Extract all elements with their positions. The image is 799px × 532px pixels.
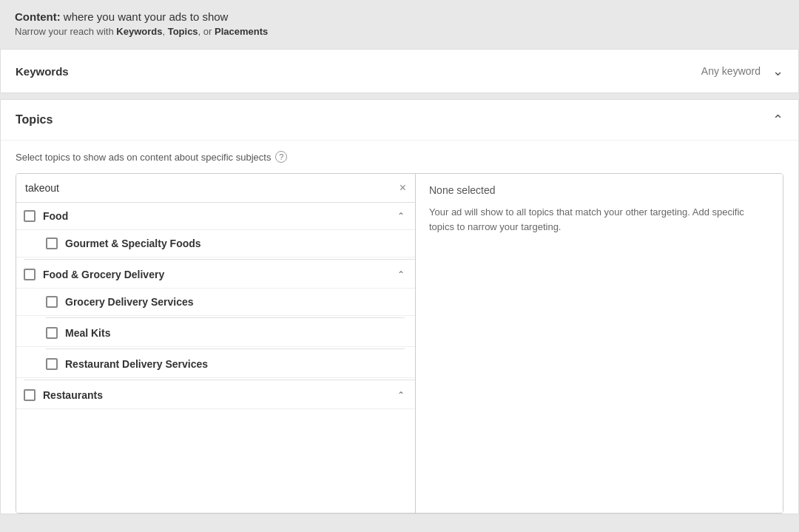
- topic-label-restaurants: Restaurants: [43, 389, 390, 401]
- checkbox-food-grocery[interactable]: [24, 269, 36, 280]
- keywords-link[interactable]: Keywords: [116, 26, 162, 37]
- banner-title: Content: where you want your ads to show: [15, 10, 784, 23]
- banner-title-text: where you want your ads to show: [61, 10, 229, 23]
- picker-left-panel: × Food ⌃ Gourmet & Specia: [16, 174, 416, 513]
- topic-row-grocery-delivery[interactable]: Grocery Delivery Services: [16, 289, 415, 316]
- checkbox-meal-kits[interactable]: [46, 327, 58, 339]
- banner-subtitle: Narrow your reach with Keywords, Topics,…: [15, 26, 784, 37]
- topics-search-input[interactable]: [25, 182, 395, 194]
- none-selected-label: None selected: [429, 184, 769, 196]
- topics-list: Food ⌃ Gourmet & Specialty Foods: [16, 203, 415, 513]
- picker-right-panel: None selected Your ad will show to all t…: [416, 174, 783, 513]
- list-item: Food & Grocery Delivery ⌃ Grocery Delive…: [16, 261, 415, 378]
- topics-description: Select topics to show ads on content abo…: [16, 151, 783, 163]
- list-item: Food ⌃ Gourmet & Specialty Foods: [16, 203, 415, 257]
- divider-2: [46, 317, 405, 318]
- topic-label-meal-kits: Meal Kits: [65, 327, 405, 339]
- topic-label-food: Food: [43, 210, 390, 222]
- checkbox-gourmet[interactable]: [46, 238, 58, 249]
- checkbox-restaurants[interactable]: [24, 389, 36, 401]
- topic-row-food[interactable]: Food ⌃: [16, 203, 415, 230]
- topics-link[interactable]: Topics: [168, 26, 198, 37]
- keywords-chevron-icon: ⌄: [772, 63, 783, 79]
- comma1: ,: [162, 26, 167, 37]
- topics-picker: × Food ⌃ Gourmet & Specia: [16, 173, 783, 514]
- checkbox-grocery-delivery[interactable]: [46, 296, 58, 308]
- topics-body: Select topics to show ads on content abo…: [1, 141, 798, 514]
- keywords-header[interactable]: Keywords Any keyword ⌄: [0, 49, 799, 93]
- keywords-label: Keywords: [16, 65, 69, 78]
- topic-row-meal-kits[interactable]: Meal Kits: [16, 320, 415, 347]
- comma2: , or: [198, 26, 215, 37]
- divider-3: [46, 349, 405, 349]
- collapse-food-grocery-icon[interactable]: ⌃: [397, 269, 405, 280]
- checkbox-food[interactable]: [24, 210, 36, 222]
- topics-chevron-up-icon: ⌃: [772, 112, 783, 128]
- topic-row-food-grocery[interactable]: Food & Grocery Delivery ⌃: [16, 261, 415, 289]
- topic-label-restaurant-delivery: Restaurant Delivery Services: [65, 358, 405, 370]
- topics-title: Topics: [16, 113, 53, 127]
- list-item: Restaurants ⌃: [16, 382, 415, 409]
- placements-link[interactable]: Placements: [215, 26, 268, 37]
- help-icon[interactable]: ?: [275, 151, 287, 163]
- banner-prefix: Content:: [15, 10, 61, 23]
- checkbox-restaurant-delivery[interactable]: [46, 358, 58, 370]
- content-banner: Content: where you want your ads to show…: [0, 0, 799, 49]
- divider-1: [24, 259, 415, 260]
- topic-label-food-grocery: Food & Grocery Delivery: [43, 269, 390, 280]
- keywords-section: Keywords Any keyword ⌄: [0, 49, 799, 93]
- keywords-right: Any keyword ⌄: [701, 63, 783, 79]
- divider-4: [24, 380, 415, 380]
- right-description: Your ad will show to all topics that mat…: [429, 205, 769, 234]
- topic-row-restaurant-delivery[interactable]: Restaurant Delivery Services: [16, 351, 415, 378]
- clear-search-icon[interactable]: ×: [400, 181, 406, 195]
- search-bar: ×: [16, 174, 415, 203]
- topic-row-gourmet[interactable]: Gourmet & Specialty Foods: [16, 230, 415, 257]
- collapse-food-icon[interactable]: ⌃: [397, 211, 405, 221]
- topic-label-grocery-delivery: Grocery Delivery Services: [65, 296, 405, 308]
- keywords-placeholder: Any keyword: [701, 65, 761, 77]
- topic-label-gourmet: Gourmet & Specialty Foods: [65, 238, 405, 249]
- topics-desc-text: Select topics to show ads on content abo…: [16, 152, 271, 163]
- topics-section: Topics ⌃ Select topics to show ads on co…: [0, 99, 799, 514]
- topic-row-restaurants[interactable]: Restaurants ⌃: [16, 382, 415, 409]
- subtitle-start: Narrow your reach with: [15, 26, 116, 37]
- collapse-restaurants-icon[interactable]: ⌃: [397, 390, 405, 400]
- topics-header[interactable]: Topics ⌃: [1, 100, 798, 141]
